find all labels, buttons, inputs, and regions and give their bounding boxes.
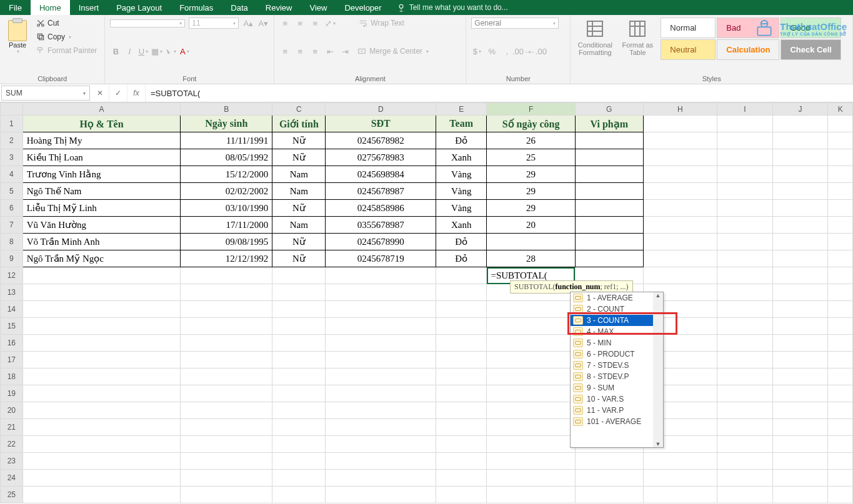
cell-H6[interactable] (643, 200, 717, 217)
comma-icon[interactable]: , (501, 46, 512, 57)
cell-F3[interactable]: 25 (487, 149, 575, 166)
cell-K14[interactable] (828, 301, 853, 318)
cell-A3[interactable]: Kiều Thị Loan (22, 149, 181, 166)
cell-K3[interactable] (828, 149, 853, 166)
cell-B22[interactable] (181, 436, 272, 453)
cell-J16[interactable] (772, 335, 828, 352)
cell-K23[interactable] (828, 453, 853, 470)
cell-C15[interactable] (272, 318, 326, 335)
decrease-font-icon[interactable]: A▾ (257, 17, 269, 29)
cell-G7[interactable] (575, 217, 643, 234)
dropdown-item[interactable]: 101 - AVERAGE (571, 416, 653, 427)
bold-button[interactable]: B (110, 46, 121, 57)
cell-A18[interactable] (22, 368, 181, 385)
cell-B9[interactable]: 12/12/1992 (181, 250, 272, 267)
cell-A4[interactable]: Trương Vinh Hằng (22, 166, 181, 183)
align-left-icon[interactable]: ≡ (279, 46, 291, 57)
cell-J8[interactable] (772, 234, 828, 250)
cell-E20[interactable] (436, 402, 486, 419)
cell-G9[interactable] (575, 250, 643, 267)
italic-button[interactable]: I (124, 46, 135, 57)
cell-J3[interactable] (772, 149, 828, 166)
cell-D16[interactable] (326, 335, 436, 352)
spreadsheet-grid[interactable]: ABCDEFGHIJK1Họ & TênNgày sinhGiới tínhSĐ… (0, 102, 853, 503)
row-head-6[interactable]: 6 (1, 200, 23, 217)
cell-A13[interactable] (22, 284, 181, 301)
row-head-23[interactable]: 23 (1, 453, 23, 470)
cell-I14[interactable] (717, 301, 773, 318)
row-head-21[interactable]: 21 (1, 419, 23, 436)
cell-J17[interactable] (772, 352, 828, 368)
cell-K25[interactable] (828, 487, 853, 503)
format-as-table-button[interactable]: Format as Table (618, 17, 657, 57)
paste-button[interactable]: Paste ▾ (5, 20, 30, 54)
cell-I8[interactable] (717, 234, 773, 250)
cell-E5[interactable]: Vàng (436, 183, 486, 200)
cell-F25[interactable] (487, 487, 575, 503)
cell-K12[interactable] (828, 267, 853, 284)
fill-color-button[interactable]: ▾ (165, 46, 176, 57)
col-head-G[interactable]: G (575, 103, 643, 116)
cell-E2[interactable]: Đỏ (436, 132, 486, 149)
cell-A23[interactable] (22, 453, 181, 470)
cell-D18[interactable] (326, 368, 436, 385)
dropdown-item[interactable]: 1 - AVERAGE (571, 292, 653, 304)
cell-A25[interactable] (22, 487, 181, 503)
cell-C25[interactable] (272, 487, 326, 503)
cell-E16[interactable] (436, 335, 486, 352)
scroll-down-icon[interactable]: ▼ (656, 441, 661, 447)
cell-J14[interactable] (772, 301, 828, 318)
cell-K15[interactable] (828, 318, 853, 335)
cell-A2[interactable]: Hoàng Thị My (22, 132, 181, 149)
cell-H9[interactable] (643, 250, 717, 267)
col-head-D[interactable]: D (326, 103, 436, 116)
cell-I6[interactable] (717, 200, 773, 217)
select-all-corner[interactable] (1, 103, 23, 116)
cell-K7[interactable] (828, 217, 853, 234)
dropdown-item[interactable]: 10 - VAR.S (571, 393, 653, 405)
cell-G3[interactable] (575, 149, 643, 166)
cell-C2[interactable]: Nữ (272, 132, 326, 149)
cell-C13[interactable] (272, 284, 326, 301)
cell-I23[interactable] (717, 453, 773, 470)
cell-A20[interactable] (22, 402, 181, 419)
dropdown-item[interactable]: 3 - COUNTA (571, 315, 653, 326)
cell-I2[interactable] (717, 132, 773, 149)
cell-F20[interactable] (487, 402, 575, 419)
cell-G2[interactable] (575, 132, 643, 149)
row-head-25[interactable]: 25 (1, 487, 23, 503)
tab-insert[interactable]: Insert (70, 0, 108, 15)
currency-icon[interactable]: $▾ (471, 46, 482, 57)
cell-F5[interactable]: 29 (487, 183, 575, 200)
cell-E21[interactable] (436, 419, 486, 436)
cell-A5[interactable]: Ngô Thế Nam (22, 183, 181, 200)
cell-H25[interactable] (643, 487, 717, 503)
cell-G25[interactable] (575, 487, 643, 503)
cell-C22[interactable] (272, 436, 326, 453)
cell-B23[interactable] (181, 453, 272, 470)
cell-F16[interactable] (487, 335, 575, 352)
cell-G8[interactable] (575, 234, 643, 250)
align-right-icon[interactable]: ≡ (309, 46, 321, 57)
cell-J4[interactable] (772, 166, 828, 183)
cell-A21[interactable] (22, 419, 181, 436)
cell-E18[interactable] (436, 368, 486, 385)
wrap-text-button[interactable]: Wrap Text (356, 17, 407, 29)
cell-B19[interactable] (181, 385, 272, 402)
function-num-dropdown[interactable]: 1 - AVERAGE2 - COUNT3 - COUNTA4 - MAX5 -… (570, 292, 664, 448)
cut-button[interactable]: Cut (34, 17, 99, 29)
cell-J22[interactable] (772, 436, 828, 453)
cell-A12[interactable] (22, 267, 181, 284)
dropdown-item[interactable]: 9 - SUM (571, 382, 653, 393)
cell-C19[interactable] (272, 385, 326, 402)
cell-J19[interactable] (772, 385, 828, 402)
cell-B16[interactable] (181, 335, 272, 352)
cell-K13[interactable] (828, 284, 853, 301)
orientation-icon[interactable]: ⤢▾ (324, 17, 336, 29)
formula-input[interactable]: =SUBTOTAL( (146, 84, 853, 102)
cell-J18[interactable] (772, 368, 828, 385)
cell-K2[interactable] (828, 132, 853, 149)
cell-F22[interactable] (487, 436, 575, 453)
cell-F1[interactable]: Số ngày công (487, 116, 575, 132)
cell-F4[interactable]: 29 (487, 166, 575, 183)
